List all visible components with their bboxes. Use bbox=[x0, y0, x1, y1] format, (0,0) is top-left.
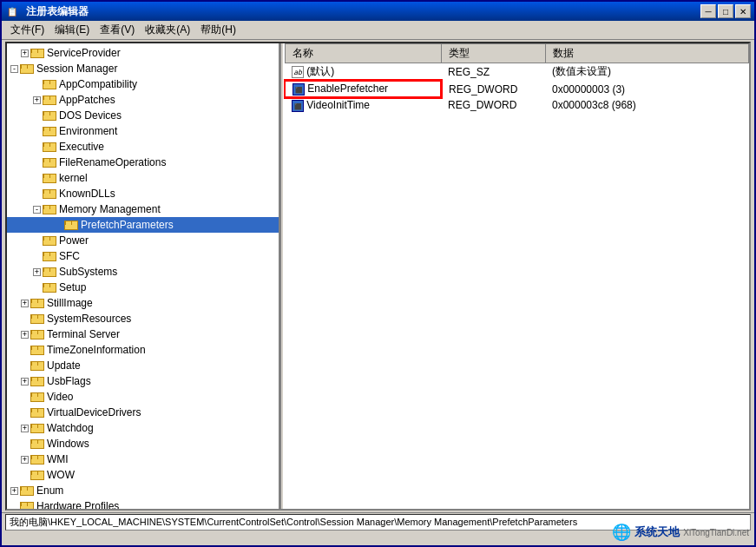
table-row[interactable]: ab (默认) REG_SZ (数值未设置) bbox=[285, 63, 749, 82]
tree-item-terminal-server[interactable]: + Terminal Server bbox=[7, 326, 279, 342]
tree-item-wow[interactable]: WOW bbox=[7, 467, 279, 483]
detail-pane[interactable]: 名称 类型 数据 ab (默认) REG_SZ (数值未设置) bbox=[284, 43, 749, 509]
reg-dword-icon: ⬛ bbox=[292, 100, 304, 112]
expand-icon[interactable]: + bbox=[10, 487, 18, 495]
folder-icon bbox=[43, 110, 56, 121]
maximize-button[interactable]: □ bbox=[718, 4, 733, 18]
tree-item-stillimage[interactable]: + StillImage bbox=[7, 295, 279, 311]
col-data[interactable]: 数据 bbox=[545, 44, 749, 63]
tree-item-setup[interactable]: Setup bbox=[7, 280, 279, 295]
tree-item-update[interactable]: Update bbox=[7, 358, 279, 373]
tree-item-wmi[interactable]: + WMI bbox=[7, 451, 279, 467]
tree-item-power[interactable]: Power bbox=[7, 233, 279, 248]
tree-item-sfc[interactable]: SFC bbox=[7, 248, 279, 264]
row-data-cell: 0x00000003 (3) bbox=[545, 81, 749, 97]
tree-label: Setup bbox=[59, 281, 86, 293]
expand-icon[interactable]: + bbox=[21, 331, 29, 339]
tree-item-dosdevices[interactable]: DOS Devices bbox=[7, 108, 279, 123]
folder-icon bbox=[43, 204, 56, 214]
tree-item-enum[interactable]: + Enum bbox=[7, 483, 279, 498]
folder-icon bbox=[30, 345, 44, 355]
tree-label: Session Manager bbox=[36, 63, 117, 75]
tree-item-executive[interactable]: Executive bbox=[7, 139, 279, 155]
row-name-cell: ⬛ EnablePrefetcher bbox=[285, 81, 441, 97]
tree-label: KnownDLLs bbox=[59, 188, 115, 200]
folder-icon bbox=[30, 48, 44, 58]
tree-item-serviceprovider[interactable]: + ServiceProvider bbox=[7, 45, 279, 61]
tree-label: StillImage bbox=[47, 297, 93, 309]
tree-label: Executive bbox=[59, 141, 104, 153]
tree-label: SubSystems bbox=[59, 266, 117, 278]
expand-icon[interactable]: - bbox=[33, 206, 41, 214]
folder-icon bbox=[30, 392, 44, 402]
close-button[interactable]: ✕ bbox=[735, 4, 751, 18]
reg-sz-icon: ab bbox=[292, 66, 304, 78]
folder-icon bbox=[30, 298, 44, 308]
folder-icon bbox=[20, 501, 34, 509]
menu-edit[interactable]: 编辑(E) bbox=[49, 21, 95, 39]
expand-icon[interactable]: + bbox=[21, 425, 29, 432]
folder-icon bbox=[30, 438, 44, 449]
tree-label: WMI bbox=[47, 453, 69, 465]
menu-favorites[interactable]: 收藏夹(A) bbox=[140, 21, 195, 39]
menu-file[interactable]: 文件(F) bbox=[5, 21, 49, 39]
expand-icon[interactable]: + bbox=[33, 268, 41, 276]
tree-item-windows[interactable]: Windows bbox=[7, 436, 279, 451]
detail-table: 名称 类型 数据 ab (默认) REG_SZ (数值未设置) bbox=[284, 43, 749, 114]
col-type[interactable]: 类型 bbox=[441, 44, 545, 63]
folder-icon bbox=[64, 220, 78, 230]
tree-pane[interactable]: + ServiceProvider - Session Manager AppC… bbox=[7, 43, 280, 509]
tree-label: Video bbox=[47, 391, 73, 403]
tree-item-apppatches[interactable]: + AppPatches bbox=[7, 92, 279, 108]
tree-label: Terminal Server bbox=[47, 328, 120, 340]
reg-dword-icon: ⬛ bbox=[293, 83, 305, 96]
expand-icon[interactable]: + bbox=[21, 456, 29, 464]
expand-icon[interactable]: + bbox=[21, 49, 29, 57]
menu-help[interactable]: 帮助(H) bbox=[195, 21, 241, 39]
tree-label: WOW bbox=[47, 469, 75, 481]
tree-item-usbflags[interactable]: + UsbFlags bbox=[7, 373, 279, 389]
tree-label: UsbFlags bbox=[47, 375, 91, 387]
tree-item-knowndlls[interactable]: KnownDLLs bbox=[7, 186, 279, 201]
tree-item-hwprofiles[interactable]: Hardware Profiles bbox=[7, 498, 279, 509]
folder-icon bbox=[43, 173, 56, 183]
tree-label: Hardware Profiles bbox=[36, 500, 119, 509]
folder-icon bbox=[30, 407, 44, 418]
expand-icon[interactable]: + bbox=[21, 300, 29, 307]
status-bar: 我的电脑\HKEY_LOCAL_MACHINE\SYSTEM\CurrentCo… bbox=[2, 512, 754, 531]
tree-item-memory-mgmt[interactable]: - Memory Management bbox=[7, 201, 279, 217]
table-row-enable-prefetcher[interactable]: ⬛ EnablePrefetcher REG_DWORD 0x00000003 … bbox=[285, 81, 749, 97]
expand-icon[interactable]: + bbox=[21, 378, 29, 386]
tree-item-filerename[interactable]: FileRenameOperations bbox=[7, 155, 279, 170]
tree-item-timezone[interactable]: TimeZoneInformation bbox=[7, 342, 279, 358]
tree-item-kernel[interactable]: kernel bbox=[7, 170, 279, 186]
tree-label: Update bbox=[47, 359, 81, 372]
tree-item-subsystems[interactable]: + SubSystems bbox=[7, 264, 279, 280]
folder-icon bbox=[30, 470, 44, 480]
minimize-button[interactable]: ─ bbox=[700, 4, 716, 18]
tree-item-video[interactable]: Video bbox=[7, 389, 279, 405]
col-name[interactable]: 名称 bbox=[285, 44, 441, 63]
expand-icon[interactable]: + bbox=[33, 96, 41, 104]
folder-icon bbox=[43, 79, 56, 89]
tree-item-watchdog[interactable]: + Watchdog bbox=[7, 420, 279, 436]
tree-label: PrefetchParameters bbox=[81, 219, 174, 231]
row-type-cell: REG_SZ bbox=[441, 63, 545, 82]
folder-icon bbox=[30, 454, 44, 465]
title-bar: 📋 注册表编辑器 ─ □ ✕ bbox=[2, 2, 754, 21]
tree-item-environment[interactable]: Environment bbox=[7, 123, 279, 139]
tree-item-prefetch-params[interactable]: PrefetchParameters bbox=[7, 217, 279, 233]
expand-icon[interactable]: - bbox=[10, 65, 18, 73]
tree-item-session-manager[interactable]: - Session Manager bbox=[7, 61, 279, 76]
tree-label: AppCompatibility bbox=[59, 78, 137, 90]
tree-item-vdd[interactable]: VirtualDeviceDrivers bbox=[7, 405, 279, 420]
tree-item-appcompat[interactable]: AppCompatibility bbox=[7, 76, 279, 92]
row-data-cell: (数值未设置) bbox=[545, 63, 749, 82]
tree-item-sysresources[interactable]: SystemResources bbox=[7, 311, 279, 326]
row-data-cell: 0x000003c8 (968) bbox=[545, 97, 749, 114]
folder-icon bbox=[43, 251, 56, 261]
folder-icon bbox=[20, 485, 34, 496]
folder-icon bbox=[43, 188, 56, 199]
menu-view[interactable]: 查看(V) bbox=[95, 21, 140, 39]
table-row[interactable]: ⬛ VideoInitTime REG_DWORD 0x000003c8 (96… bbox=[285, 97, 749, 114]
